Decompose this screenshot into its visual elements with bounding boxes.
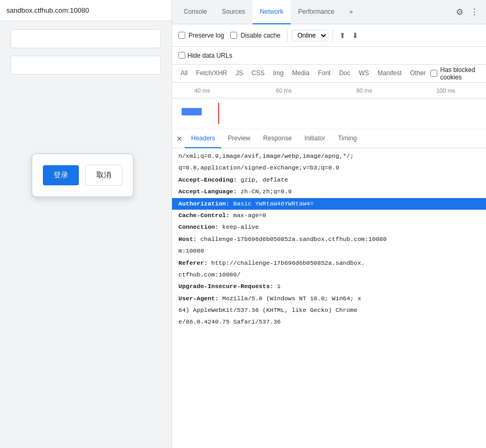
tab-sources[interactable]: Sources [214, 0, 253, 24]
more-options-icon[interactable]: ⋮ [467, 5, 482, 20]
network-request-row[interactable] [172, 98, 486, 129]
input-field-1[interactable] [11, 29, 161, 48]
timeline-bar-blue [182, 108, 202, 115]
filter-types-row: All Fetch/XHR JS CSS Img Media Font Doc … [172, 65, 486, 83]
header-line-6: Connection: keep-alive [172, 221, 486, 233]
header-line-11: Upgrade-Insecure-Requests: 1 [172, 281, 486, 292]
timeline-label-60: 60 ms [276, 87, 292, 94]
header-line-0: n/xml;q=0.9,image/avif,image/webp,image/… [172, 150, 486, 162]
header-line-2: Accept-Encoding: gzip, deflate [172, 174, 486, 186]
preserve-log-checkbox[interactable] [178, 32, 185, 39]
throttle-select[interactable]: Online [292, 30, 328, 41]
filter-fetch-xhr[interactable]: Fetch/XHR [192, 65, 231, 83]
header-line-5: Cache-Control: max-age=0 [172, 210, 486, 221]
disable-cache-checkbox-label[interactable]: Disable cache [228, 32, 282, 39]
filter-js[interactable]: JS [231, 65, 247, 83]
timeline-label-80: 80 ms [356, 87, 372, 94]
hide-data-urls-checkbox[interactable] [178, 52, 185, 59]
cancel-button[interactable]: 取消 [85, 165, 122, 186]
filter-font[interactable]: Font [313, 65, 335, 83]
filter-manifest[interactable]: Manifest [373, 65, 406, 83]
devtools-panel: Console Sources Network Performance » ⚙ … [172, 0, 486, 448]
tab-response[interactable]: Response [257, 129, 298, 148]
tab-network[interactable]: Network [253, 0, 291, 24]
tab-more[interactable]: » [342, 0, 361, 24]
header-line-10: ctfhub.com:10080/ [172, 269, 486, 281]
tab-performance[interactable]: Performance [291, 0, 342, 24]
preserve-log-checkbox-label[interactable]: Preserve log [176, 32, 226, 39]
has-blocked-cookies-label[interactable]: Has blocked cookies [430, 66, 482, 81]
filter-media[interactable]: Media [288, 65, 314, 83]
filter-other[interactable]: Other [406, 65, 430, 83]
timeline-bar-red [218, 103, 219, 124]
toolbar-divider [287, 29, 287, 42]
timeline-label-40: 40 ms [194, 87, 210, 94]
header-line-3: Accept-Language: zh-CN,zh;q=0.9 [172, 186, 486, 198]
header-line-1: q=0.8,application/signed-exchange;v=b3;q… [172, 162, 486, 174]
header-line-12: User-Agent: Mozilla/5.0 (Windows NT 10.0… [172, 293, 486, 304]
address-bar: sandbox.ctfhub.com:10080 [0, 0, 172, 21]
filter-ws[interactable]: WS [355, 65, 373, 83]
close-panel-button[interactable]: ✕ [174, 133, 185, 144]
filter-css[interactable]: CSS [247, 65, 269, 83]
timeline-label-100: 100 ms [436, 87, 455, 94]
header-line-8: m:10080 [172, 245, 486, 257]
filter-row: Hide data URLs [172, 47, 486, 65]
toolbar-divider-2 [332, 29, 333, 42]
devtools-tabs-bar: Console Sources Network Performance » ⚙ … [172, 0, 486, 24]
network-toolbar: Preserve log Disable cache Online ⬆ ⬇ [172, 24, 486, 47]
headers-content: n/xml;q=0.9,image/avif,image/webp,image/… [172, 148, 486, 448]
disable-cache-checkbox[interactable] [230, 32, 237, 39]
address-text: sandbox.ctfhub.com:10080 [6, 6, 89, 14]
export-icon[interactable]: ⬇ [350, 31, 361, 40]
hide-data-urls-label[interactable]: Hide data URLs [176, 52, 235, 59]
browser-panel: sandbox.ctfhub.com:10080 登录 取消 [0, 0, 172, 448]
tab-preview[interactable]: Preview [221, 129, 257, 148]
input-field-2[interactable] [11, 56, 161, 75]
filter-all[interactable]: All [176, 65, 192, 83]
settings-icon[interactable]: ⚙ [452, 5, 467, 20]
import-icon[interactable]: ⬆ [337, 31, 348, 40]
timeline-header: 40 ms 60 ms 80 ms 100 ms [172, 83, 486, 98]
tab-headers[interactable]: Headers [185, 129, 221, 148]
login-button[interactable]: 登录 [43, 165, 79, 185]
login-dialog: 登录 取消 [32, 154, 133, 197]
header-line-9: Referer: http://challenge-17b696d6b05085… [172, 257, 486, 269]
filter-doc[interactable]: Doc [335, 65, 354, 83]
filter-img[interactable]: Img [269, 65, 288, 83]
panel-tabs: ✕ Headers Preview Response Initiator Tim… [172, 129, 486, 148]
tab-console[interactable]: Console [176, 0, 214, 24]
header-line-13: 64) AppleWebKit/537.36 (KHTML, like Geck… [172, 304, 486, 316]
tab-initiator[interactable]: Initiator [298, 129, 331, 148]
header-line-4: Authorization: Basic YWRtaW46YWRtaW4= [172, 198, 486, 210]
header-line-7: Host: challenge-17b696d6b050852a.sandbox… [172, 234, 486, 245]
has-blocked-cookies-checkbox[interactable] [430, 70, 437, 77]
header-line-14: e/86.0.4240.75 Safari/537.36 [172, 316, 486, 328]
tab-timing[interactable]: Timing [331, 129, 363, 148]
